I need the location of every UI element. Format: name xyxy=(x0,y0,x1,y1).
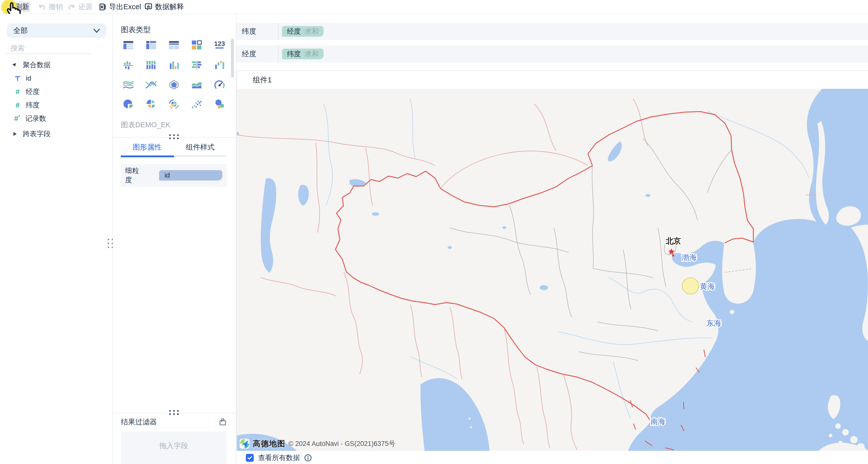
tree-field-record-count[interactable]: #* 记录数 xyxy=(0,113,113,124)
export-excel-label: 导出Excel xyxy=(109,2,141,12)
result-filter-title: 结果过滤器 xyxy=(121,417,157,427)
tree-field-id[interactable]: id xyxy=(0,73,113,84)
widget-footer: 查看所有数据 xyxy=(237,451,868,464)
caret-down-icon xyxy=(12,62,17,68)
bubble-marker-icon[interactable] xyxy=(682,278,699,294)
tree-group-label: 聚合数据 xyxy=(23,60,51,70)
chevron-down-icon xyxy=(93,28,100,33)
panel-resize-handle[interactable] xyxy=(169,135,181,139)
field-number-icon: # xyxy=(14,88,21,96)
tab-active-underline xyxy=(121,155,174,157)
chart-type-icon-stacked-column[interactable] xyxy=(146,60,157,70)
tab-graphic-properties[interactable]: 图形属性 xyxy=(121,142,174,153)
chart-type-icon-gauge[interactable] xyxy=(214,80,225,90)
canvas-area: 纬度 经度 求和 经度 纬度 求和 组件1 xyxy=(237,14,868,464)
chart-grid-scrollbar[interactable] xyxy=(231,39,234,77)
chart-type-icon-bidirectional-bar[interactable] xyxy=(123,60,134,70)
view-all-data-checkbox[interactable] xyxy=(246,454,254,462)
chart-type-icon-line[interactable] xyxy=(146,80,157,90)
chart-type-icon-area[interactable] xyxy=(191,80,203,90)
undo-icon xyxy=(38,3,46,11)
shelf-pill-latitude[interactable]: 纬度 求和 xyxy=(282,49,323,59)
chart-type-icon-kpi-number[interactable]: 123 xyxy=(214,40,225,50)
chart-type-icon-pivot-table[interactable] xyxy=(146,40,157,50)
shelf-label: 纬度 xyxy=(237,27,278,36)
chart-type-icon-bar[interactable] xyxy=(191,60,203,70)
field-sidebar: 全部 聚合数据 id # 经度 # 纬度 #* 记录数 xyxy=(0,14,113,464)
tree-field-label: 纬度 xyxy=(26,100,40,110)
granularity-field-pill[interactable]: id xyxy=(159,170,222,180)
label-nanhai: 南海 xyxy=(650,417,665,426)
chart-type-icon-scatter[interactable] xyxy=(191,99,203,109)
china-map[interactable]: 北京 渤海 黄海 东海 南海 xyxy=(237,89,868,451)
svg-text:123: 123 xyxy=(214,40,225,47)
city-dot xyxy=(672,255,674,256)
chart-type-icon-pie[interactable] xyxy=(123,99,134,109)
app-window: 刷新 撤销 还原 导出Excel 数据解释 全部 xyxy=(0,0,868,464)
label-donghai: 东海 xyxy=(707,319,721,327)
panel-resize-handle[interactable] xyxy=(169,410,181,415)
shelf-pill-longitude[interactable]: 经度 求和 xyxy=(282,26,323,37)
chart-type-icon-radar[interactable] xyxy=(168,80,180,90)
tree-field-latitude[interactable]: # 纬度 xyxy=(0,100,113,111)
shelf-label: 经度 xyxy=(237,49,278,59)
tree-group-aggregated[interactable]: 聚合数据 xyxy=(0,60,113,70)
label-beijing: 北京 xyxy=(665,237,681,245)
checkbox-checked-icon xyxy=(247,455,253,461)
chart-name-label: 图表DEMO_EK xyxy=(121,120,170,130)
tree-field-label: 记录数 xyxy=(25,114,46,123)
map-container: 北京 渤海 黄海 东海 南海 高德地图 © 2024 AutoNav xyxy=(237,89,868,451)
dataset-selector[interactable]: 全部 xyxy=(7,24,106,38)
field-calc-icon: #* xyxy=(13,114,21,123)
undo-button[interactable]: 撤销 xyxy=(38,0,63,14)
tree-group-label: 跨表字段 xyxy=(23,129,51,139)
tab-component-style[interactable]: 组件样式 xyxy=(174,142,227,153)
excel-icon xyxy=(99,3,106,11)
chart-types-title: 图表类型 xyxy=(121,25,151,35)
chart-type-icon-cross-table[interactable] xyxy=(168,40,180,50)
undo-label: 撤销 xyxy=(49,2,63,12)
chart-config-panel: 图表类型 123 图表DEMO_EK 图形属性 组件样式 xyxy=(113,14,237,464)
granularity-row: 细粒度 id xyxy=(121,164,227,186)
redo-button[interactable]: 还原 xyxy=(67,0,93,14)
data-explain-button[interactable]: 数据解释 xyxy=(144,0,184,14)
field-number-icon: # xyxy=(14,101,21,109)
search-row xyxy=(6,42,103,54)
autonavi-logo-icon xyxy=(239,438,250,449)
label-huanghai: 黄海 xyxy=(700,282,715,290)
map-attribution: 高德地图 © 2024 AutoNavi - GS(2021)6375号 xyxy=(239,438,395,449)
shelf-latitude: 纬度 经度 求和 xyxy=(237,23,868,40)
redo-label: 还原 xyxy=(78,2,93,12)
shelf-separator xyxy=(278,23,279,40)
data-explain-icon xyxy=(144,3,153,11)
chart-type-icon-stream[interactable] xyxy=(123,80,134,90)
view-all-data-label: 查看所有数据 xyxy=(258,453,300,463)
tree-group-cross-table[interactable]: 跨表字段 xyxy=(0,128,113,139)
search-input[interactable] xyxy=(10,44,104,52)
chart-type-icon-quadrant-pie[interactable] xyxy=(146,99,157,109)
export-excel-button[interactable]: 导出Excel xyxy=(99,0,141,14)
info-icon[interactable] xyxy=(304,454,312,462)
chart-type-icon-column[interactable] xyxy=(168,60,180,70)
tree-field-label: 经度 xyxy=(26,87,40,96)
result-filter-header: 结果过滤器 xyxy=(121,417,227,427)
chart-type-icon-rose[interactable] xyxy=(168,99,180,109)
attribution-copyright: © 2024 AutoNavi - GS(2021)6375号 xyxy=(288,439,395,448)
filter-dropzone[interactable]: 拖入字段 xyxy=(121,432,227,464)
chart-type-icon-bubble[interactable] xyxy=(214,99,225,109)
clear-filter-icon[interactable] xyxy=(219,418,227,426)
shelf-separator xyxy=(278,46,279,62)
tree-field-label: id xyxy=(26,75,31,82)
chart-type-icon-waterfall[interactable] xyxy=(214,60,225,70)
granularity-label: 细粒度 xyxy=(125,166,146,185)
label-bohai: 渤海 xyxy=(682,253,697,261)
chart-type-icon-dashboard-layout[interactable] xyxy=(191,40,203,50)
tree-field-longitude[interactable]: # 经度 xyxy=(0,86,113,97)
widget-panel: 组件1 xyxy=(237,70,868,451)
search-underline xyxy=(6,54,91,54)
data-explain-label: 数据解释 xyxy=(155,2,184,12)
field-text-icon xyxy=(14,75,21,82)
caret-right-icon xyxy=(12,131,17,137)
chart-type-icon-table[interactable] xyxy=(123,40,134,50)
dropzone-placeholder: 拖入字段 xyxy=(159,441,188,464)
